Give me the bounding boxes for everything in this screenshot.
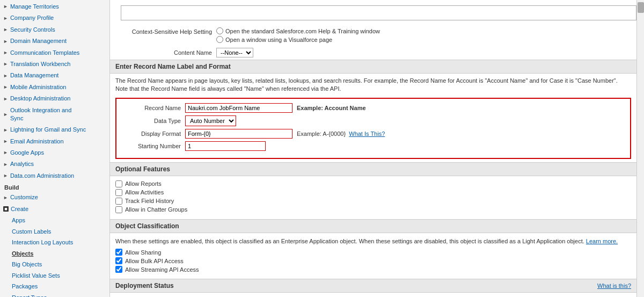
deployment-what-link[interactable]: What is this? [597, 282, 631, 289]
top-textarea[interactable] [121, 5, 636, 20]
optional-features-content: Allow Reports Allow Activities Track Fie… [110, 176, 636, 219]
record-name-box: Record Name Example: Account Name Data T… [115, 98, 631, 159]
sidebar-item-translation-workbench[interactable]: ► Translation Workbench [0, 59, 109, 70]
chevron-right-icon: ► [3, 127, 8, 134]
chevron-right-icon: ► [3, 3, 8, 10]
record-name-desc: The Record Name appears in page layouts,… [115, 77, 631, 93]
sidebar-item-communication-templates[interactable]: ► Communication Templates [0, 47, 109, 59]
chevron-right-icon: ► [3, 149, 8, 156]
allow-chatter-checkbox[interactable] [115, 206, 122, 213]
chevron-right-icon: ► [3, 96, 8, 103]
content-name-select[interactable]: --None-- [216, 48, 253, 57]
display-format-link[interactable]: What Is This? [349, 131, 385, 137]
sidebar-item-desktop-administration[interactable]: ► Desktop Administration [0, 93, 109, 104]
sidebar-sub-picklist-value-sets[interactable]: Picklist Value Sets [0, 270, 109, 281]
data-type-row: Data Type Auto Number Text [122, 115, 625, 126]
sidebar-item-customize[interactable]: ► Customize [0, 192, 109, 203]
chevron-right-icon: ► [3, 194, 8, 201]
sidebar-item-datacom[interactable]: ► Data.com Administration [0, 170, 109, 182]
deployment-status-header-row: Deployment Status What is this? [110, 279, 636, 293]
sidebar-item-google-apps[interactable]: ► Google Apps [0, 147, 109, 158]
sidebar-item-mobile-administration[interactable]: ► Mobile Administration [0, 82, 109, 93]
sidebar-item-outlook-integration[interactable]: ► Outlook Integration andSync [0, 105, 109, 125]
allow-streaming-row: Allow Streaming API Access [115, 266, 631, 273]
chevron-right-icon: ► [3, 38, 8, 45]
sidebar-sub-packages[interactable]: Packages [0, 281, 109, 292]
radio-option1-row: Open the standard Salesforce.com Help & … [216, 27, 380, 34]
data-type-select[interactable]: Auto Number Text [185, 115, 236, 126]
chevron-right-icon: ► [3, 161, 8, 168]
display-format-example: Example: A-{0000} What Is This? [297, 131, 385, 137]
sidebar-item-lightning-gmail[interactable]: ► Lightning for Gmail and Sync [0, 124, 109, 135]
display-format-label: Display Format [122, 131, 181, 137]
chevron-right-icon: ► [3, 15, 8, 22]
allow-sharing-checkbox[interactable] [115, 249, 122, 256]
chevron-right-icon: ► [3, 49, 8, 56]
optional-features-header: Optional Features [110, 162, 636, 176]
starting-number-row: Starting Number [122, 141, 625, 151]
record-name-example: Example: Account Name [297, 105, 366, 111]
sidebar-sub-custom-labels[interactable]: Custom Labels [0, 226, 109, 237]
sidebar-item-manage-territories[interactable]: ► Manage Territories [0, 1, 109, 12]
sidebar-sub-objects[interactable]: Objects [0, 248, 109, 259]
track-field-history-checkbox[interactable] [115, 198, 122, 205]
record-name-section-header: Enter Record Name Label and Format [110, 60, 636, 74]
sidebar-sub-big-objects[interactable]: Big Objects [0, 259, 109, 270]
starting-number-input[interactable] [185, 141, 266, 151]
content-name-row: Content Name --None-- [110, 46, 636, 60]
sidebar-item-analytics[interactable]: ► Analytics [0, 158, 109, 170]
main-content: Context-Sensitive Help Setting Open the … [110, 0, 636, 297]
scrollbar-thumb[interactable] [638, 2, 644, 13]
sidebar-sub-apps[interactable]: Apps [0, 215, 109, 226]
display-format-input[interactable] [185, 129, 292, 139]
chevron-right-icon: ► [3, 172, 8, 179]
sidebar-item-email-administration[interactable]: ► Email Administration [0, 136, 109, 147]
radio-group-context-help: Open the standard Salesforce.com Help & … [216, 27, 380, 43]
chevron-right-icon: ► [3, 111, 8, 118]
sidebar: ► Manage Territories ► Company Profile ►… [0, 0, 110, 297]
record-name-input[interactable] [185, 103, 292, 113]
allow-reports-row: Allow Reports [115, 180, 631, 187]
deployment-status-title: Deployment Status [115, 282, 174, 289]
radio-option2-row: Open a window using a Visualforce page [216, 36, 380, 43]
allow-bulk-checkbox[interactable] [115, 257, 122, 264]
deployment-status-content: In Development Deployed [110, 293, 636, 297]
right-scrollbar[interactable] [636, 0, 644, 297]
allow-streaming-checkbox[interactable] [115, 266, 122, 273]
context-help-section: Context-Sensitive Help Setting Open the … [110, 25, 636, 46]
object-classification-content: When these settings are enabled, this ob… [110, 233, 636, 279]
sidebar-item-security-controls[interactable]: ► Security Controls [0, 24, 109, 35]
content-name-label: Content Name [115, 49, 212, 56]
sidebar-item-create[interactable]: ■ Create [0, 204, 109, 215]
build-section-header: Build [0, 182, 109, 192]
starting-number-label: Starting Number [122, 143, 181, 149]
track-field-history-row: Track Field History [115, 198, 631, 205]
allow-reports-checkbox[interactable] [115, 180, 122, 187]
sidebar-sub-report-types[interactable]: Report Types [0, 292, 109, 297]
chevron-right-icon: ► [3, 138, 8, 145]
allow-sharing-row: Allow Sharing [115, 249, 631, 256]
allow-bulk-row: Allow Bulk API Access [115, 257, 631, 264]
allow-activities-checkbox[interactable] [115, 189, 122, 196]
data-type-label: Data Type [122, 118, 181, 124]
allow-activities-row: Allow Activities [115, 189, 631, 196]
allow-chatter-row: Allow in Chatter Groups [115, 206, 631, 213]
radio-option1[interactable] [216, 27, 223, 34]
sidebar-item-company-profile[interactable]: ► Company Profile [0, 12, 109, 24]
object-class-desc: When these settings are enabled, this ob… [115, 237, 631, 245]
create-icon: ■ [3, 206, 9, 212]
display-format-row: Display Format Example: A-{0000} What Is… [122, 129, 625, 139]
sidebar-item-data-management[interactable]: ► Data Management [0, 70, 109, 81]
record-name-field-label: Record Name [122, 105, 181, 111]
radio-option2[interactable] [216, 36, 223, 43]
chevron-right-icon: ► [3, 26, 8, 33]
sidebar-item-domain-management[interactable]: ► Domain Management [0, 35, 109, 47]
context-help-label: Context-Sensitive Help Setting [115, 27, 212, 35]
chevron-right-icon: ► [3, 73, 8, 79]
sidebar-sub-interaction-log[interactable]: Interaction Log Layouts [0, 237, 109, 248]
record-name-row: Record Name Example: Account Name [122, 103, 625, 113]
object-classification-header: Object Classification [110, 219, 636, 233]
chevron-right-icon: ► [3, 84, 8, 91]
learn-more-link[interactable]: Learn more. [586, 238, 618, 244]
chevron-right-icon: ► [3, 61, 8, 68]
